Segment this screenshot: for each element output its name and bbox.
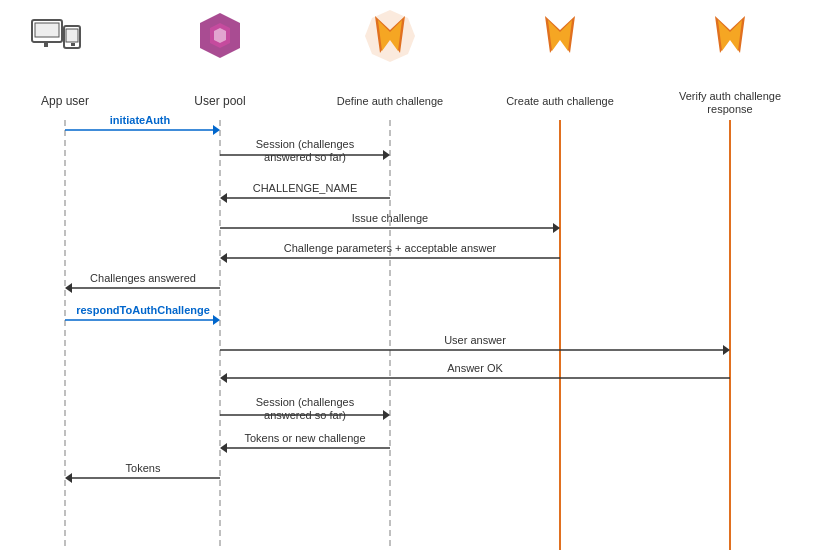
label-session1b: answered so far) bbox=[264, 151, 346, 163]
createauth-actor bbox=[545, 16, 575, 53]
arrowhead-tokens bbox=[65, 473, 72, 483]
arrowhead-challengesanswered bbox=[65, 283, 72, 293]
arrowhead-session1 bbox=[383, 150, 390, 160]
arrowhead-challengeparams bbox=[220, 253, 227, 263]
svg-marker-9 bbox=[365, 10, 415, 62]
arrowhead-issuechallenge bbox=[553, 223, 560, 233]
userpool-label: User pool bbox=[194, 94, 245, 108]
label-challengesanswered: Challenges answered bbox=[90, 272, 196, 284]
label-tokensnew: Tokens or new challenge bbox=[244, 432, 365, 444]
arrowhead-useranswer bbox=[723, 345, 730, 355]
svg-rect-0 bbox=[32, 20, 62, 42]
defineauth-label: Define auth challenge bbox=[337, 95, 443, 107]
svg-marker-6 bbox=[200, 13, 240, 58]
appuser-label: App user bbox=[41, 94, 89, 108]
defineauth-actor bbox=[365, 10, 415, 62]
diagram-svg: App user User pool Define auth challenge… bbox=[0, 0, 837, 556]
svg-marker-8 bbox=[214, 28, 226, 43]
svg-rect-4 bbox=[66, 29, 78, 42]
label-session2a: Session (challenges bbox=[256, 396, 355, 408]
label-issuechallenge: Issue challenge bbox=[352, 212, 428, 224]
label-session1a: Session (challenges bbox=[256, 138, 355, 150]
userpool-actor bbox=[200, 13, 240, 58]
svg-marker-7 bbox=[210, 23, 230, 48]
verifyauth-actor bbox=[715, 16, 745, 53]
verifyauth-label: Verify auth challenge bbox=[679, 90, 781, 102]
label-challengeparams: Challenge parameters + acceptable answer bbox=[284, 242, 497, 254]
label-initiate: initiateAuth bbox=[110, 114, 171, 126]
svg-rect-2 bbox=[44, 43, 48, 47]
label-challengename: CHALLENGE_NAME bbox=[253, 182, 358, 194]
arrowhead-tokensnew bbox=[220, 443, 227, 453]
label-tokens: Tokens bbox=[126, 462, 161, 474]
createauth-label: Create auth challenge bbox=[506, 95, 614, 107]
svg-rect-3 bbox=[64, 26, 80, 48]
arrowhead-answerok bbox=[220, 373, 227, 383]
label-respond: respondToAuthChallenge bbox=[76, 304, 210, 316]
svg-rect-5 bbox=[71, 43, 75, 46]
verifyauth-label2: response bbox=[707, 103, 752, 115]
arrowhead-session2 bbox=[383, 410, 390, 420]
label-useranswer: User answer bbox=[444, 334, 506, 346]
label-answerok: Answer OK bbox=[447, 362, 503, 374]
arrowhead-initiate bbox=[213, 125, 220, 135]
sequence-diagram: App user User pool Define auth challenge… bbox=[0, 0, 837, 556]
arrowhead-challengename bbox=[220, 193, 227, 203]
appuser-actor bbox=[32, 20, 80, 48]
arrowhead-respond bbox=[213, 315, 220, 325]
svg-rect-1 bbox=[35, 23, 59, 37]
label-session2b: answered so far) bbox=[264, 409, 346, 421]
